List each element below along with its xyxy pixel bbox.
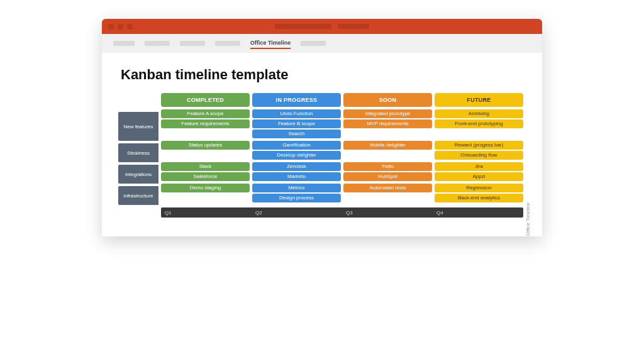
- kanban-card[interactable]: Automated tests: [343, 184, 432, 192]
- column-header-completed: COMPLETED: [161, 93, 250, 107]
- window-control-min[interactable]: [118, 24, 123, 30]
- kanban-card[interactable]: Back-end analytics: [435, 194, 523, 202]
- swimlane-label-integrations: Integrations: [118, 165, 158, 184]
- ribbon-tab[interactable]: [215, 41, 240, 46]
- slide-canvas: Kanban timeline template COMPLETEDIN PRO…: [102, 53, 542, 236]
- ribbon-tab[interactable]: [113, 41, 135, 46]
- ribbon-tab[interactable]: [301, 41, 326, 46]
- app-window: Office Timeline Kanban timeline template…: [102, 19, 542, 236]
- window-titlebar: [102, 19, 542, 34]
- kanban-card[interactable]: Jira: [435, 162, 523, 171]
- title-placeholder: [275, 24, 331, 29]
- kanban-card[interactable]: Regression: [435, 184, 523, 192]
- swimlane-label-new-features: New features: [118, 112, 158, 141]
- ribbon-tab[interactable]: [145, 41, 170, 46]
- kanban-card[interactable]: Metrics: [252, 184, 341, 192]
- kanban-board: COMPLETEDIN PROGRESSSOONFUTURENew featur…: [161, 93, 523, 218]
- kanban-card[interactable]: Trello: [343, 162, 432, 171]
- kanban-card[interactable]: Mobile delighter: [343, 141, 432, 150]
- kanban-card[interactable]: Front-end prototyping: [435, 119, 523, 128]
- column-header-soon: SOON: [343, 93, 432, 107]
- kanban-card[interactable]: Feature requirements: [161, 119, 250, 128]
- ribbon-tabs: Office Timeline: [102, 34, 542, 53]
- kanban-card[interactable]: Zendesk: [252, 162, 341, 171]
- kanban-card[interactable]: MVP requirements: [343, 119, 432, 128]
- window-control-max[interactable]: [127, 24, 133, 30]
- column-header-future: FUTURE: [435, 93, 523, 107]
- ribbon-tab[interactable]: [180, 41, 205, 46]
- window-control-close[interactable]: [108, 24, 114, 30]
- kanban-card[interactable]: Appzi: [435, 172, 523, 181]
- timeline-quarter: Q3: [342, 207, 433, 218]
- ribbon-tab-office-timeline[interactable]: Office Timeline: [250, 40, 291, 48]
- kanban-card[interactable]: Status updates: [161, 141, 250, 150]
- kanban-card[interactable]: Search: [252, 130, 341, 138]
- kanban-card[interactable]: Feature A scope: [161, 109, 250, 118]
- timeline-quarter: Q2: [252, 207, 342, 218]
- slide-title: Kanban timeline template: [121, 67, 523, 83]
- watermark: Made with Office Timeline: [525, 202, 531, 236]
- timeline-quarter: Q1: [161, 207, 252, 218]
- kanban-card[interactable]: Archiving: [435, 109, 523, 118]
- column-header-in-progress: IN PROGRESS: [252, 93, 341, 107]
- kanban-card[interactable]: Gamification: [252, 141, 341, 150]
- kanban-card[interactable]: Demo staging: [161, 184, 250, 192]
- kanban-card[interactable]: Salesforce: [161, 172, 250, 181]
- swimlane-label-infrastructure: Infrastructure: [118, 186, 158, 205]
- kanban-card[interactable]: HubSpot: [343, 172, 432, 181]
- kanban-card[interactable]: Undo Function: [252, 109, 341, 118]
- kanban-card[interactable]: Onboarding flow: [435, 151, 523, 160]
- kanban-card[interactable]: Design process: [252, 194, 341, 202]
- kanban-card[interactable]: Desktop delighter: [252, 151, 341, 160]
- timeline-quarter: Q4: [433, 207, 523, 218]
- title-placeholder: [338, 24, 369, 29]
- kanban-card[interactable]: Integrated prototype: [343, 109, 432, 118]
- timeline-bar: Q1Q2Q3Q4: [161, 207, 523, 218]
- kanban-card[interactable]: Reward (progess bar): [435, 141, 523, 150]
- kanban-card[interactable]: Slack: [161, 162, 250, 171]
- kanban-card[interactable]: Marketo: [252, 172, 341, 181]
- kanban-card[interactable]: Feature B scope: [252, 119, 341, 128]
- swimlane-label-stickiness: Stickiness: [118, 143, 158, 162]
